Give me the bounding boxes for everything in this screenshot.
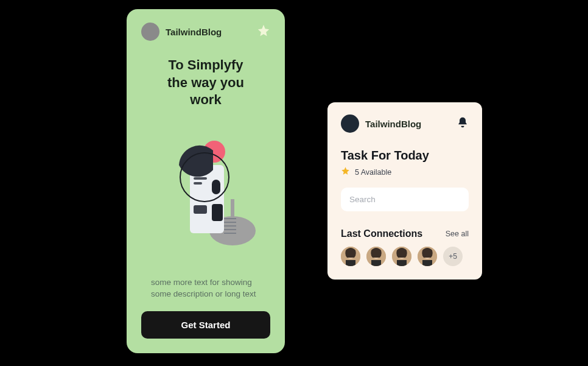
connections-title: Last Connections [341, 228, 422, 239]
star-icon [341, 166, 350, 178]
card-header: TailwindBlog [341, 114, 469, 133]
task-title: Task For Today [341, 149, 469, 163]
headline: To Simplyfy the way you work [141, 57, 270, 109]
svg-rect-7 [194, 177, 207, 180]
connection-avatar[interactable] [392, 247, 411, 266]
avatars-row: +5 [341, 247, 469, 266]
more-connections-badge[interactable]: +5 [443, 247, 463, 266]
bell-icon[interactable] [457, 116, 469, 131]
svg-rect-8 [194, 182, 202, 185]
connection-avatar[interactable] [418, 247, 437, 266]
card-header: TailwindBlog [141, 23, 270, 41]
connection-avatar[interactable] [366, 247, 386, 266]
get-started-button[interactable]: Get Started [141, 311, 270, 339]
svg-rect-3 [212, 204, 223, 221]
svg-rect-27 [422, 260, 432, 266]
svg-rect-24 [397, 260, 407, 266]
illustration [141, 127, 270, 248]
available-row: 5 Available [341, 166, 469, 178]
svg-rect-21 [371, 260, 381, 266]
svg-rect-18 [346, 260, 355, 266]
brand-name: TailwindBlog [365, 119, 450, 129]
description-text: some more text for showing some descript… [141, 277, 270, 300]
connections-header: Last Connections See all [341, 228, 469, 239]
avatar [341, 114, 359, 133]
see-all-link[interactable]: See all [446, 230, 469, 238]
available-text: 5 Available [355, 168, 391, 177]
search-input[interactable] [341, 188, 469, 211]
svg-rect-4 [194, 205, 207, 214]
avatar [141, 23, 159, 41]
svg-rect-5 [212, 180, 220, 194]
star-icon[interactable] [257, 24, 270, 40]
onboarding-card: TailwindBlog To Simplyfy the way you wor… [127, 9, 285, 353]
connection-avatar[interactable] [341, 247, 360, 266]
task-card: TailwindBlog Task For Today 5 Available … [327, 102, 482, 280]
brand-name: TailwindBlog [166, 27, 251, 37]
